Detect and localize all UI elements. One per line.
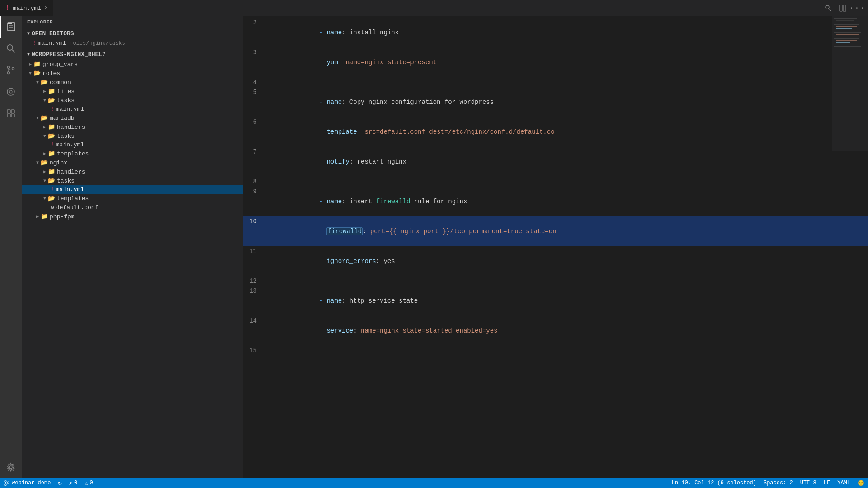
- encoding-status[interactable]: UTF-8: [797, 478, 820, 488]
- svg-rect-27: [836, 26, 857, 27]
- extensions-activity-icon[interactable]: [0, 103, 22, 124]
- line-content: - name: insert firewalld rule for nginx: [266, 187, 868, 216]
- folder-handlers-nginx[interactable]: ▶ 📁 handlers: [22, 167, 243, 176]
- project-root[interactable]: ▼ WORDPRESS-NGINX_RHEL7: [22, 49, 243, 60]
- spaces-label: Spaces: 2: [764, 480, 793, 486]
- code-line-9: 9 - name: insert firewalld rule for ngin…: [243, 187, 868, 216]
- folder-group-vars[interactable]: ▶ 📁 group_vars: [22, 60, 243, 69]
- tab-filename: main.yml: [13, 5, 41, 12]
- open-editor-main-yml[interactable]: ! main.yml roles/nginx/tasks: [22, 39, 243, 47]
- file-default-conf[interactable]: ⚙ default.conf: [22, 203, 243, 212]
- line-content: - name: http service state: [266, 286, 868, 316]
- chevron-right-icon: ▶: [43, 124, 46, 130]
- svg-rect-24: [834, 18, 857, 19]
- line-number: 4: [243, 77, 266, 87]
- smiley-status[interactable]: 🙂: [854, 478, 868, 488]
- chevron-right-icon: ▶: [43, 151, 46, 156]
- line-number: 5: [243, 87, 266, 117]
- tab-main-yml[interactable]: ! main.yml ×: [0, 0, 53, 16]
- folder-label: tasks: [57, 178, 75, 184]
- folder-tasks-nginx[interactable]: ▼ 📂 tasks: [22, 176, 243, 185]
- code-line-14: 14 service: name=nginx state=started ena…: [243, 316, 868, 346]
- tab-bar: ! main.yml × ···: [0, 0, 868, 16]
- folder-icon: 📂: [48, 195, 55, 202]
- folder-templates-mariadb[interactable]: ▶ 📁 templates: [22, 149, 243, 158]
- code-line-11: 11 ignore_errors: yes: [243, 246, 868, 276]
- svg-rect-22: [11, 114, 14, 117]
- git-branch-status[interactable]: webinar-demo: [0, 478, 54, 488]
- cursor-position-label: Ln 10, Col 12 (9 selected): [672, 480, 756, 486]
- files-activity-icon[interactable]: [0, 16, 22, 38]
- folder-templates-nginx[interactable]: ▼ 📂 templates: [22, 194, 243, 203]
- warnings-status[interactable]: ⚠ 0: [81, 478, 96, 488]
- file-main-yml-mariadb[interactable]: ! main.yml: [22, 141, 243, 149]
- code-line-15: 15: [243, 346, 868, 356]
- chevron-down-icon: ▼: [36, 116, 39, 121]
- svg-point-36: [5, 484, 6, 486]
- spaces-status[interactable]: Spaces: 2: [760, 478, 797, 488]
- project-name: WORDPRESS-NGINX_RHEL7: [32, 51, 106, 58]
- folder-label: nginx: [50, 160, 67, 166]
- tab-close-button[interactable]: ×: [45, 5, 48, 11]
- folder-mariadb[interactable]: ▼ 📂 mariadb: [22, 113, 243, 122]
- chevron-right-icon: ▶: [36, 214, 39, 219]
- folder-icon: 📂: [41, 159, 48, 166]
- line-content: ignore_errors: yes: [266, 246, 868, 276]
- search-editor-button[interactable]: [821, 0, 835, 16]
- chevron-right-icon: ▶: [43, 169, 46, 174]
- folder-tasks-common[interactable]: ▼ 📂 tasks: [22, 96, 243, 105]
- svg-rect-25: [836, 20, 854, 21]
- open-editors-section[interactable]: ▼ OPEN EDITORS: [22, 28, 243, 39]
- folder-nginx[interactable]: ▼ 📂 nginx: [22, 158, 243, 167]
- folder-common[interactable]: ▼ 📂 common: [22, 78, 243, 87]
- chevron-down-icon: ▼: [43, 98, 46, 103]
- file-main-yml-common[interactable]: ! main.yml: [22, 105, 243, 113]
- folder-label: tasks: [57, 133, 75, 140]
- folder-label: mariadb: [50, 115, 75, 122]
- folder-tasks-mariadb[interactable]: ▼ 📂 tasks: [22, 131, 243, 141]
- search-activity-icon[interactable]: [0, 38, 22, 59]
- svg-point-37: [7, 482, 9, 483]
- file-main-yml-nginx[interactable]: ! main.yml: [22, 185, 243, 194]
- chevron-down-icon: ▼: [43, 196, 46, 201]
- tab-warning-icon: !: [5, 5, 9, 12]
- warning-icon: ⚠: [85, 480, 88, 487]
- line-ending-label: LF: [824, 480, 830, 486]
- code-editor[interactable]: 2 - name: install nginx 3 yum: name=ngin…: [243, 16, 868, 478]
- svg-point-12: [12, 68, 14, 70]
- language-status[interactable]: YAML: [834, 478, 854, 488]
- code-line-5: 5 - name: Copy nginx configuration for w…: [243, 87, 868, 117]
- line-number: 15: [243, 346, 266, 356]
- code-line-4: 4: [243, 77, 868, 87]
- cursor-position-status[interactable]: Ln 10, Col 12 (9 selected): [668, 478, 760, 488]
- line-content: - name: Copy nginx configuration for wor…: [266, 87, 868, 117]
- folder-handlers-mariadb[interactable]: ▶ 📁 handlers: [22, 122, 243, 131]
- chevron-right-icon: ▶: [29, 61, 32, 67]
- split-editor-button[interactable]: [835, 0, 850, 16]
- open-editor-path: roles/nginx/tasks: [70, 40, 125, 47]
- folder-icon: 📂: [48, 97, 55, 104]
- folder-icon: 📁: [48, 123, 55, 131]
- folder-files[interactable]: ▶ 📁 files: [22, 87, 243, 96]
- line-ending-status[interactable]: LF: [820, 478, 834, 488]
- sync-status[interactable]: ↻: [54, 478, 65, 488]
- folder-icon: 📂: [48, 132, 55, 140]
- code-line-8: 8: [243, 177, 868, 187]
- settings-activity-icon[interactable]: [0, 456, 22, 478]
- folder-roles[interactable]: ▼ 📂 roles: [22, 69, 243, 78]
- warn-icon: !: [51, 141, 54, 148]
- errors-status[interactable]: ✗ 0: [66, 478, 81, 488]
- more-actions-button[interactable]: ···: [850, 0, 864, 16]
- error-count: 0: [74, 480, 77, 486]
- folder-php-fpm[interactable]: ▶ 📁 php-fpm: [22, 212, 243, 221]
- folder-icon: 📂: [41, 79, 48, 86]
- svg-point-0: [826, 5, 829, 9]
- debug-activity-icon[interactable]: [0, 81, 22, 103]
- line-content: template: src=default.conf dest=/etc/ngi…: [266, 117, 868, 147]
- svg-rect-26: [834, 24, 859, 25]
- svg-rect-34: [834, 46, 861, 47]
- source-control-activity-icon[interactable]: [0, 59, 22, 81]
- open-editors-arrow: ▼: [27, 31, 30, 36]
- file-label: main.yml: [56, 186, 84, 193]
- code-lines: 2 - name: install nginx 3 yum: name=ngin…: [243, 16, 868, 357]
